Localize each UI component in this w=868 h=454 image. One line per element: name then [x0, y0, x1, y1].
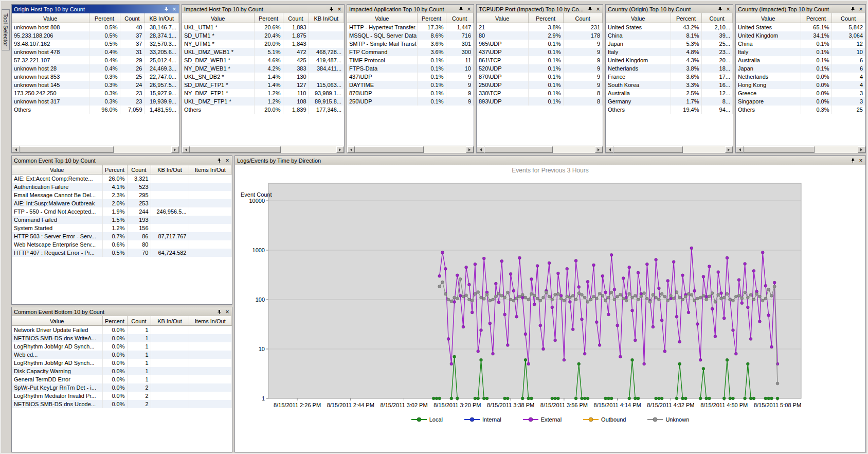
- column-header[interactable]: Percent: [102, 165, 127, 174]
- table-row[interactable]: 520\UDP0.1%9: [477, 64, 603, 73]
- table-row[interactable]: 861\TCP0.1%9: [477, 56, 603, 64]
- table-row[interactable]: UKL_SN_DB2 *1.4%130: [182, 73, 344, 81]
- table-row[interactable]: 57.32.221.1070.4%2925,012.4...: [12, 56, 179, 64]
- table-row[interactable]: 965\UDP0.1%9: [477, 40, 603, 48]
- horizontal-scrollbar[interactable]: [347, 146, 474, 153]
- scroll-left-button[interactable]: [477, 146, 484, 153]
- column-header[interactable]: Count: [127, 317, 151, 326]
- data-point-local[interactable]: [752, 397, 755, 400]
- data-point-local[interactable]: [655, 397, 658, 400]
- data-point-external[interactable]: [533, 303, 536, 306]
- data-point-local[interactable]: [438, 397, 441, 400]
- pin-icon[interactable]: [216, 158, 222, 164]
- scrollbar-thumb[interactable]: [744, 146, 815, 153]
- data-point-external[interactable]: [776, 362, 779, 365]
- data-point-external[interactable]: [628, 266, 631, 269]
- panel-titlebar[interactable]: Country (Origin) Top 10 by Count ×: [606, 5, 733, 13]
- data-point-local[interactable]: [675, 397, 678, 400]
- data-point-unknown[interactable]: [666, 299, 670, 302]
- scroll-left-button[interactable]: [12, 146, 20, 153]
- table-row[interactable]: SMTP - Simple Mail Transf...3.6%301: [347, 40, 474, 48]
- column-header[interactable]: Value: [12, 165, 102, 174]
- scroll-right-button[interactable]: [858, 146, 865, 153]
- data-point-external[interactable]: [497, 301, 500, 304]
- table-row[interactable]: 250\UDP0.1%9: [347, 97, 474, 106]
- data-point-local[interactable]: [631, 358, 634, 361]
- data-point-external[interactable]: [708, 265, 711, 268]
- data-point-external[interactable]: [515, 315, 518, 318]
- data-point-unknown[interactable]: [764, 297, 767, 300]
- scrollbar-track[interactable]: [613, 146, 725, 153]
- data-point-unknown[interactable]: [711, 292, 714, 295]
- data-point-external[interactable]: [462, 325, 465, 328]
- data-point-external[interactable]: [702, 275, 705, 278]
- table-row[interactable]: HTTP 503 : Server Error - Serv...0.7%868…: [12, 232, 232, 240]
- scroll-right-button[interactable]: [595, 146, 603, 153]
- table-row[interactable]: SpWr-Put KeyLgr RnTm Det - i...0.0%2: [12, 383, 232, 392]
- data-point-external[interactable]: [652, 325, 655, 328]
- table-row[interactable]: NY_DMZ_WEB1 *4.2%383384,411...: [182, 64, 344, 73]
- scroll-left-button[interactable]: [347, 146, 355, 153]
- table-row[interactable]: Singapore0.0%3: [736, 97, 865, 106]
- data-point-local[interactable]: [776, 397, 779, 400]
- close-icon[interactable]: ×: [858, 6, 864, 12]
- data-point-local[interactable]: [744, 397, 747, 400]
- panel-titlebar[interactable]: Origin Host Top 10 by Count ×: [12, 5, 179, 13]
- table-row[interactable]: Netherlands3.8%18...: [606, 64, 733, 73]
- column-header[interactable]: KB In/Out: [309, 14, 344, 23]
- data-point-external[interactable]: [592, 264, 595, 267]
- data-grid[interactable]: ValuePercentCountKB In/OutUKL_UTM1 *20.6…: [182, 13, 344, 146]
- data-point-external[interactable]: [744, 263, 747, 266]
- data-grid[interactable]: ValuePercentCountHTTP - Hypertext Transf…: [347, 13, 474, 146]
- data-point-external[interactable]: [610, 253, 613, 256]
- horizontal-scrollbar[interactable]: [606, 146, 733, 153]
- table-row[interactable]: Italy0.1%10: [736, 48, 865, 56]
- pin-icon[interactable]: [717, 6, 723, 12]
- table-row[interactable]: HTTP 407 : Request Error - Pr...0.5%7064…: [12, 249, 232, 257]
- data-point-unknown[interactable]: [702, 294, 705, 297]
- column-header[interactable]: KB In/Out: [151, 165, 189, 174]
- data-point-external[interactable]: [637, 271, 640, 274]
- data-point-unknown[interactable]: [533, 294, 536, 297]
- data-point-external[interactable]: [645, 263, 648, 266]
- data-point-local[interactable]: [770, 397, 773, 400]
- data-point-local[interactable]: [708, 397, 711, 400]
- table-row[interactable]: Australia2.5%12...: [606, 89, 733, 97]
- legend-item-outbound[interactable]: Outbound: [583, 416, 626, 423]
- data-point-local[interactable]: [684, 397, 687, 400]
- data-grid[interactable]: ValuePercentCountUnited States65.1%5,842…: [736, 13, 865, 146]
- data-point-external[interactable]: [568, 300, 571, 303]
- data-point-local[interactable]: [574, 397, 577, 400]
- data-point-external[interactable]: [660, 319, 663, 322]
- data-point-local[interactable]: [583, 397, 586, 400]
- table-row[interactable]: AIE: Int:Susp:Malware Outbreak2.0%253: [12, 199, 232, 207]
- data-point-external[interactable]: [613, 288, 616, 291]
- data-point-local[interactable]: [678, 362, 681, 365]
- scroll-right-button[interactable]: [725, 146, 733, 153]
- column-header[interactable]: Percent: [254, 14, 283, 23]
- data-point-unknown[interactable]: [640, 295, 643, 298]
- close-icon[interactable]: ×: [725, 6, 731, 12]
- data-point-external[interactable]: [734, 352, 737, 355]
- data-grid[interactable]: ValuePercentCount213.8%231802.9%178965\U…: [477, 13, 603, 146]
- table-row[interactable]: NETBIOS SMB-DS dns WriteA...0.0%1: [12, 334, 232, 342]
- column-header[interactable]: Value: [12, 14, 89, 23]
- data-point-external[interactable]: [746, 306, 749, 309]
- data-point-external[interactable]: [773, 281, 776, 284]
- column-header[interactable]: Count: [831, 14, 865, 23]
- data-point-unknown[interactable]: [758, 295, 761, 298]
- data-point-external[interactable]: [474, 263, 477, 266]
- data-point-external[interactable]: [601, 274, 604, 277]
- scrollbar-track[interactable]: [744, 146, 858, 153]
- scroll-right-button[interactable]: [171, 146, 179, 153]
- data-point-local[interactable]: [699, 397, 702, 400]
- data-point-unknown[interactable]: [503, 296, 507, 299]
- table-row[interactable]: Disk Capacity Warning0.0%1: [12, 367, 232, 375]
- scrollbar-track[interactable]: [20, 146, 171, 153]
- table-row[interactable]: FTPS-Data0.1%10: [347, 64, 474, 73]
- pin-icon[interactable]: [458, 6, 464, 12]
- table-row[interactable]: 802.9%178: [477, 31, 603, 40]
- data-point-unknown[interactable]: [684, 295, 687, 298]
- data-point-external[interactable]: [503, 313, 507, 316]
- data-point-unknown[interactable]: [527, 298, 530, 301]
